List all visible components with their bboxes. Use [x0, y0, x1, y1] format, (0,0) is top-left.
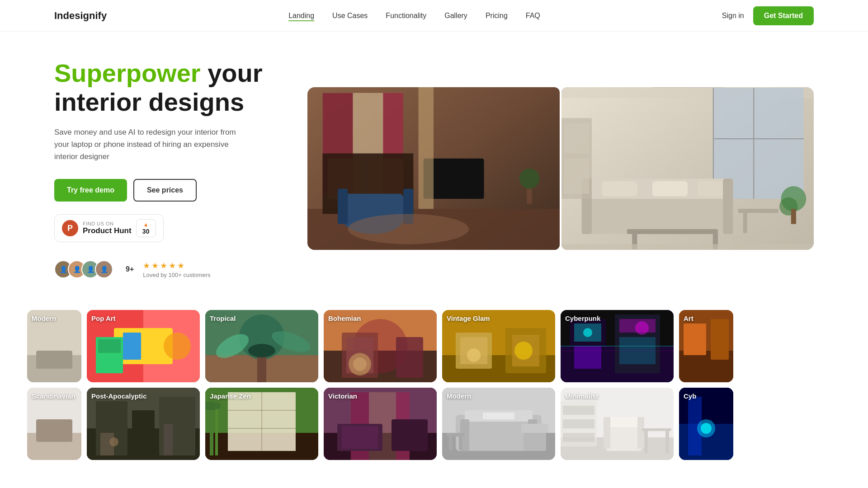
svg-rect-30 — [698, 181, 723, 196]
gallery-label-modern: Modern — [32, 314, 56, 322]
gallery-card-bohemian[interactable]: Bohemian — [324, 310, 437, 382]
gallery-card-victorian[interactable]: Victorian — [324, 388, 437, 460]
svg-point-86 — [583, 328, 592, 337]
signin-button[interactable]: Sign in — [722, 12, 744, 20]
gallery-row-1: Modern Pop Art — [0, 310, 868, 382]
star-5: ★ — [177, 261, 184, 271]
svg-rect-11 — [338, 189, 348, 224]
nav-links: Landing Use Cases Functionality Gallery … — [288, 12, 540, 20]
gallery-label-cyberpunk: Cyberpunk — [565, 314, 600, 322]
svg-rect-16 — [527, 189, 532, 204]
svg-rect-144 — [644, 431, 648, 454]
product-hunt-badge[interactable]: P FIND US ON Product Hunt ▲ 30 — [54, 214, 164, 242]
hero-buttons: Try free demo See prices — [54, 179, 280, 202]
brand-logo[interactable]: Indesignify — [54, 10, 107, 22]
hero-section: Superpower your interior designs Save mo… — [0, 32, 868, 296]
svg-rect-28 — [602, 181, 637, 196]
gallery-card-popart[interactable]: Pop Art — [87, 310, 200, 382]
svg-rect-80 — [574, 346, 601, 369]
nav-item-landing[interactable]: Landing — [288, 12, 314, 21]
gallery-label-modern-b: Modern — [447, 392, 471, 400]
svg-rect-14 — [419, 87, 434, 209]
see-prices-button[interactable]: See prices — [133, 179, 197, 202]
gallery-label-popart: Pop Art — [91, 314, 116, 322]
gallery-label-postapoc: Post-Apocalyptic — [91, 392, 147, 400]
svg-rect-7 — [368, 159, 403, 199]
nav-item-pricing[interactable]: Pricing — [486, 12, 508, 19]
svg-rect-51 — [123, 333, 141, 360]
hero-content: Superpower your interior designs Save mo… — [54, 59, 280, 278]
svg-point-150 — [701, 423, 712, 434]
svg-rect-101 — [164, 424, 173, 455]
svg-rect-31 — [627, 229, 718, 234]
hero-subtitle: Save money and use AI to redesign your i… — [54, 126, 244, 163]
gallery-label-tropical: Tropical — [210, 314, 236, 322]
svg-rect-131 — [449, 436, 453, 450]
svg-rect-138 — [563, 433, 594, 442]
producthunt-text: FIND US ON Product Hunt — [83, 221, 132, 235]
star-4: ★ — [169, 261, 176, 271]
get-started-button[interactable]: Get Started — [753, 6, 814, 25]
svg-rect-141 — [604, 417, 610, 449]
svg-point-15 — [519, 169, 540, 189]
gallery-row-2: Scandinavian Post-Apocalyptic — [0, 388, 868, 460]
svg-point-87 — [635, 321, 649, 335]
vote-count: 30 — [142, 228, 150, 235]
stars-block: ★ ★ ★ ★ ★ Loved by 100+ customers — [143, 261, 210, 278]
nav-item-faq[interactable]: FAQ — [526, 12, 540, 19]
svg-rect-91 — [711, 319, 729, 360]
svg-rect-27 — [723, 178, 733, 234]
gallery-label-cyb2: Cyb — [684, 392, 696, 400]
svg-rect-67 — [396, 337, 423, 378]
gallery-card-scandinavian-partial[interactable]: Scandinavian — [27, 388, 81, 460]
svg-rect-119 — [342, 426, 378, 449]
avatar-count: 9+ — [126, 265, 134, 273]
svg-rect-39 — [791, 209, 796, 224]
gallery-card-art-partial[interactable]: Art — [679, 310, 733, 382]
upvote-arrow: ▲ — [143, 221, 149, 228]
svg-rect-35 — [743, 213, 747, 233]
gallery-card-japanzen[interactable]: Japanse Zen — [205, 388, 318, 460]
nav-item-usecases[interactable]: Use Cases — [332, 12, 368, 19]
svg-rect-109 — [210, 406, 213, 455]
gallery-label-vintage: Vintage Glam — [447, 314, 490, 322]
gallery-label-minimalist: Minimalist — [565, 392, 598, 400]
svg-rect-45 — [36, 351, 72, 369]
hero-title-green: Superpower — [54, 59, 201, 87]
hero-images — [307, 87, 814, 250]
svg-rect-58 — [257, 355, 266, 382]
gallery-section: Modern Pop Art — [0, 296, 868, 474]
svg-point-66 — [353, 357, 367, 371]
social-proof: 👤 👤 👤 👤 9+ ★ ★ ★ ★ ★ Loved by 100+ custo… — [54, 260, 280, 278]
star-1: ★ — [143, 261, 150, 271]
producthunt-name: Product Hunt — [83, 226, 132, 235]
svg-rect-143 — [642, 428, 671, 431]
hero-image-left — [307, 87, 560, 250]
nav-actions: Sign in Get Started — [722, 6, 814, 25]
svg-rect-130 — [447, 433, 465, 436]
svg-rect-137 — [563, 419, 594, 428]
gallery-card-tropical[interactable]: Tropical — [205, 310, 318, 382]
nav-item-gallery[interactable]: Gallery — [444, 12, 467, 19]
gallery-card-cyb2-partial[interactable]: Cyb — [679, 388, 733, 460]
svg-point-75 — [514, 342, 533, 360]
svg-rect-41 — [564, 123, 590, 154]
try-demo-button[interactable]: Try free demo — [54, 179, 127, 202]
svg-rect-140 — [606, 417, 642, 427]
gallery-card-cyberpunk[interactable]: Cyberpunk — [561, 310, 674, 382]
gallery-card-modern-partial[interactable]: Modern — [27, 310, 81, 382]
svg-rect-136 — [563, 406, 594, 415]
navbar: Indesignify Landing Use Cases Functional… — [0, 0, 868, 32]
svg-rect-19 — [652, 87, 723, 88]
svg-rect-127 — [483, 413, 514, 419]
gallery-card-minimalist[interactable]: Minimalist — [561, 388, 674, 460]
nav-item-functionality[interactable]: Functionality — [386, 12, 426, 19]
hero-title: Superpower your interior designs — [54, 59, 280, 117]
gallery-label-bohemian: Bohemian — [328, 314, 361, 322]
gallery-card-vintage[interactable]: Vintage Glam — [442, 310, 555, 382]
svg-rect-50 — [98, 339, 121, 353]
svg-rect-36 — [561, 244, 814, 250]
svg-rect-24 — [587, 194, 728, 234]
gallery-card-postapoc[interactable]: Post-Apocalyptic — [87, 388, 200, 460]
gallery-card-modern-b[interactable]: Modern — [442, 388, 555, 460]
